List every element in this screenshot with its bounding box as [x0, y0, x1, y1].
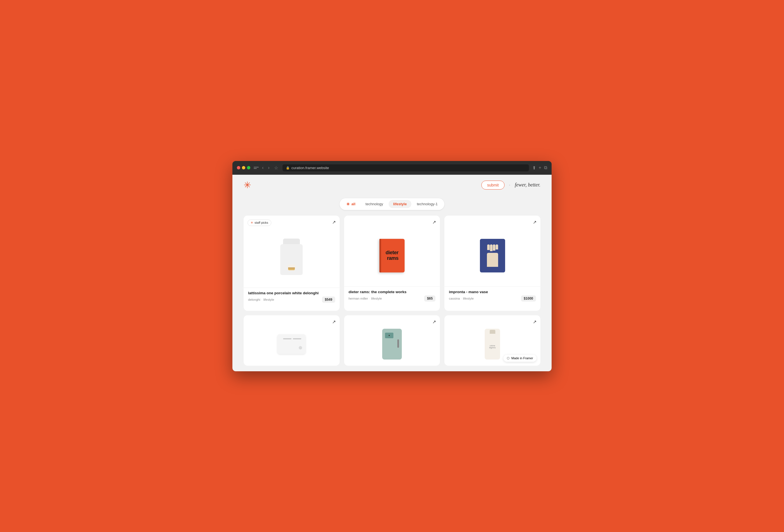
- fridge-display-dot: [389, 335, 390, 336]
- hand-shape: [485, 245, 500, 267]
- forward-button[interactable]: ›: [267, 165, 271, 171]
- product-name-1: lattissima one porcelain white delonghi: [248, 291, 335, 296]
- url-text: curation.framer.website: [291, 166, 329, 170]
- tab-technology-label: technology: [365, 202, 383, 206]
- product-image-vase: [444, 225, 540, 286]
- product-meta-1: delonghi · lifestyle $549: [248, 297, 335, 303]
- tab-all-label: all: [352, 202, 355, 206]
- submit-button[interactable]: submit: [481, 180, 505, 190]
- brand-2: herman miller: [348, 297, 368, 300]
- book-text: dieterrams: [383, 248, 401, 263]
- price-tag-1: $549: [322, 297, 335, 303]
- share-icon[interactable]: ⬆: [532, 165, 536, 170]
- product-tags-1: delonghi · lifestyle: [248, 298, 274, 301]
- tab-technology[interactable]: technology: [361, 200, 388, 208]
- product-name-3: impronta - mano vase: [449, 289, 536, 295]
- card-header-6: ↗: [444, 315, 540, 325]
- mini-fridge-illustration: [382, 329, 402, 360]
- finger-4: [496, 245, 498, 250]
- cream-tube-illustration: crèmelégères: [485, 329, 500, 360]
- product-card-dieter-rams: ↗ dieterrams dieter rams: the complete w…: [344, 216, 440, 311]
- toaster-slot-2: [293, 338, 301, 339]
- brand-1: delonghi: [248, 298, 260, 301]
- badge-star-icon: ✳: [251, 221, 253, 225]
- browser-controls: ‹ › ☆: [254, 165, 279, 171]
- browser-window: ‹ › ☆ 🔒 curation.framer.website ⬆ + ⧉ ✳ …: [232, 161, 552, 371]
- made-in-framer-badge: ⬡ Made in Framer: [503, 355, 536, 362]
- toaster-slot-1: [283, 338, 291, 339]
- product-meta-2: herman miller · lifestyle $65: [348, 296, 436, 302]
- card-header-4: ↗: [244, 315, 340, 325]
- card-info-2: dieter rams: the complete works herman m…: [344, 286, 440, 306]
- external-link-4[interactable]: ↗: [332, 319, 336, 325]
- toaster-knob: [299, 346, 302, 349]
- product-card-lattissima: ✳ staff picks ↗: [244, 216, 340, 311]
- sidebar-toggle-icon[interactable]: [254, 166, 259, 170]
- product-card-impronta: ↗ impronta - mano vase: [444, 216, 540, 311]
- tab-technology-1[interactable]: technology-1: [413, 200, 442, 208]
- products-grid: ✳ staff picks ↗: [232, 216, 552, 371]
- card-header-1: ✳ staff picks ↗: [244, 216, 340, 226]
- tab-all[interactable]: ✳ all: [342, 200, 360, 208]
- close-button[interactable]: [237, 166, 240, 169]
- tube-cap: [490, 330, 495, 334]
- dot-sep-2: ·: [369, 297, 370, 300]
- dot-sep-3: ·: [461, 297, 462, 300]
- bookmark-icon[interactable]: ☆: [273, 165, 279, 171]
- traffic-lights: [237, 166, 250, 169]
- header-right: submit · fewer, better.: [481, 180, 540, 190]
- category-1: lifestyle: [263, 298, 274, 301]
- address-bar[interactable]: 🔒 curation.framer.website: [282, 164, 529, 171]
- external-link-5[interactable]: ↗: [432, 319, 436, 325]
- external-link-1[interactable]: ↗: [332, 220, 336, 225]
- category-2: lifestyle: [371, 297, 382, 300]
- separator: ·: [509, 183, 510, 188]
- lock-icon: 🔒: [286, 166, 290, 170]
- product-card-toaster: ↗: [244, 315, 340, 366]
- site-logo[interactable]: ✳: [244, 180, 251, 190]
- browser-actions: ⬆ + ⧉: [532, 165, 547, 170]
- tab-lifestyle[interactable]: lifestyle: [389, 200, 411, 208]
- category-3: lifestyle: [463, 297, 474, 300]
- product-card-cream: ↗ crèmelégères ⬡ Made in Framer: [444, 315, 540, 366]
- external-link-2[interactable]: ↗: [432, 220, 436, 225]
- made-in-framer-label: Made in Framer: [511, 357, 533, 360]
- finger-3: [493, 245, 495, 251]
- fridge-handle: [397, 339, 399, 348]
- finger-2: [490, 245, 493, 251]
- card-info-3: impronta - mano vase cassina · lifestyle…: [444, 286, 540, 306]
- tube-label: crèmelégères: [488, 334, 497, 360]
- maximize-button[interactable]: [247, 166, 250, 169]
- product-meta-3: cassina · lifestyle $1000: [449, 296, 536, 302]
- new-tab-icon[interactable]: +: [539, 165, 541, 170]
- toaster-illustration: [278, 334, 306, 354]
- product-image-coffee: [244, 226, 340, 287]
- vase-box-illustration: [480, 239, 505, 273]
- nav-tabs: ✳ all technology lifestyle technology-1: [232, 195, 552, 216]
- browser-chrome: ‹ › ☆ 🔒 curation.framer.website ⬆ + ⧉: [232, 161, 552, 175]
- back-button[interactable]: ‹: [261, 165, 264, 171]
- card-info-1: lattissima one porcelain white delonghi …: [244, 287, 340, 307]
- tab-star-icon: ✳: [346, 202, 350, 206]
- book-spine: [380, 239, 381, 273]
- tabs-icon[interactable]: ⧉: [544, 165, 547, 170]
- site-header: ✳ submit · fewer, better.: [232, 175, 552, 195]
- card-header-3: ↗: [444, 216, 540, 225]
- product-name-2: dieter rams: the complete works: [348, 289, 436, 295]
- staff-picks-label: staff picks: [254, 221, 268, 224]
- product-image-book: dieterrams: [344, 225, 440, 286]
- browser-content: ✳ submit · fewer, better. ✳ all technolo…: [232, 175, 552, 371]
- finger-1: [487, 245, 490, 250]
- external-link-3[interactable]: ↗: [533, 220, 536, 225]
- hand-palm: [487, 253, 498, 267]
- product-tags-3: cassina · lifestyle: [449, 297, 474, 300]
- fridge-display: [385, 333, 393, 338]
- product-tags-2: herman miller · lifestyle: [348, 297, 382, 300]
- product-card-fridge: ↗: [344, 315, 440, 366]
- minimize-button[interactable]: [242, 166, 245, 169]
- tab-lifestyle-label: lifestyle: [393, 202, 407, 206]
- dot-sep-1: ·: [261, 298, 262, 301]
- external-link-6[interactable]: ↗: [533, 319, 536, 325]
- price-tag-2: $65: [424, 296, 436, 302]
- brand-3: cassina: [449, 297, 460, 300]
